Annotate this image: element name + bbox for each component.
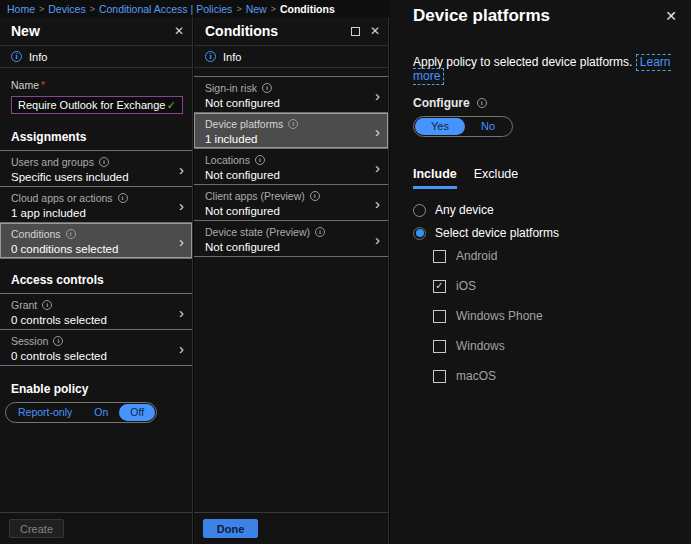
- configure-label: Configure: [413, 96, 470, 110]
- panel-new: New ✕ i Info Name* Require Outlook for E…: [0, 17, 193, 544]
- tab-include[interactable]: Include: [413, 167, 457, 189]
- checkbox-row[interactable]: Windows Phone: [433, 309, 677, 323]
- radio-row[interactable]: Select device platforms: [413, 225, 677, 241]
- list-item[interactable]: Users and groupsiSpecific users included…: [0, 151, 192, 187]
- list-item-label: Device platforms: [205, 118, 283, 130]
- name-input[interactable]: Require Outlook for Exchange ✓: [11, 96, 183, 114]
- device-scope-radios: Any deviceSelect device platforms: [413, 202, 677, 241]
- panel-device-platforms: Device platforms ✕ Apply policy to selec…: [390, 0, 691, 544]
- conditions-list: Sign-in riskiNot configured›Device platf…: [194, 76, 388, 257]
- panel-conditions-footer: Done: [194, 512, 388, 544]
- checkbox[interactable]: [433, 310, 446, 323]
- breadcrumb-separator: >: [90, 4, 95, 14]
- panel-conditions-title: Conditions: [205, 23, 341, 39]
- radio-row[interactable]: Any device: [413, 202, 677, 218]
- info-label: Info: [223, 51, 241, 63]
- checkbox[interactable]: [433, 250, 446, 263]
- info-icon: i: [53, 336, 63, 346]
- toggle-option-on[interactable]: On: [83, 404, 119, 421]
- done-button[interactable]: Done: [203, 519, 258, 538]
- checkbox[interactable]: [433, 370, 446, 383]
- list-item[interactable]: Device state (Preview)iNot configured›: [194, 221, 388, 257]
- list-item[interactable]: Cloud apps or actionsi1 app included›: [0, 187, 192, 223]
- list-item-value: Not configured: [205, 205, 364, 217]
- list-item[interactable]: Device platformsi1 included›: [194, 113, 388, 149]
- info-icon: i: [11, 51, 22, 62]
- toggle-option-yes[interactable]: Yes: [415, 118, 465, 135]
- new-panel-sections: AssignmentsUsers and groupsiSpecific use…: [0, 130, 192, 366]
- info-icon: i: [99, 157, 109, 167]
- close-icon[interactable]: ✕: [665, 8, 677, 24]
- list-item-label: Device state (Preview): [205, 226, 310, 238]
- create-button[interactable]: Create: [9, 519, 64, 538]
- chevron-right-icon: ›: [179, 340, 184, 355]
- list-item[interactable]: Client apps (Preview)iNot configured›: [194, 185, 388, 221]
- list-item-label: Grant: [11, 299, 37, 311]
- checkbox-row[interactable]: ✓iOS: [433, 279, 677, 293]
- toggle-option-report-only[interactable]: Report-only: [7, 404, 83, 421]
- tab-exclude[interactable]: Exclude: [474, 167, 518, 189]
- radio-button[interactable]: [413, 227, 426, 240]
- section-list: Users and groupsiSpecific users included…: [0, 150, 192, 259]
- checkbox-label: Windows: [456, 339, 505, 353]
- section-heading: Access controls: [0, 273, 192, 287]
- list-item-value: 1 app included: [11, 207, 168, 219]
- panel-conditions: Conditions ✕ i Info Sign-in riskiNot con…: [194, 17, 389, 544]
- toggle-option-off[interactable]: Off: [119, 404, 155, 421]
- breadcrumb: Home>Devices>Conditional Access | Polici…: [0, 0, 390, 17]
- breadcrumb-link[interactable]: Devices: [48, 3, 85, 15]
- maximize-icon[interactable]: [351, 27, 360, 36]
- radio-label: Any device: [435, 203, 494, 217]
- list-item[interactable]: Sign-in riskiNot configured›: [194, 77, 388, 113]
- chevron-right-icon: ›: [179, 304, 184, 319]
- info-icon: i: [255, 155, 265, 165]
- info-label: Info: [29, 51, 47, 63]
- list-item-label: Sign-in risk: [205, 82, 257, 94]
- section-list: Granti0 controls selected›Sessioni0 cont…: [0, 293, 192, 366]
- info-banner[interactable]: i Info: [194, 46, 388, 67]
- panel-new-header: New ✕: [0, 17, 192, 45]
- list-item-label-row: Users and groupsi: [11, 156, 168, 168]
- info-icon: i: [118, 193, 128, 203]
- radio-button[interactable]: [413, 204, 426, 217]
- list-item-value: 0 conditions selected: [11, 243, 168, 255]
- list-item-value: 0 controls selected: [11, 350, 168, 362]
- info-icon: i: [315, 227, 325, 237]
- chevron-right-icon: ›: [375, 87, 380, 102]
- chevron-right-icon: ›: [179, 233, 184, 248]
- breadcrumb-link[interactable]: Home: [7, 3, 35, 15]
- checkbox[interactable]: [433, 340, 446, 353]
- list-item[interactable]: Sessioni0 controls selected›: [0, 330, 192, 366]
- platform-checkbox-list: Android✓iOSWindows PhoneWindowsmacOS: [433, 249, 677, 383]
- checkbox-row[interactable]: macOS: [433, 369, 677, 383]
- list-item[interactable]: Conditionsi0 conditions selected›: [0, 223, 192, 259]
- list-item[interactable]: Granti0 controls selected›: [0, 294, 192, 330]
- breadcrumb-link[interactable]: Conditional Access | Policies: [99, 3, 232, 15]
- configure-toggle: YesNo: [413, 116, 513, 137]
- info-banner[interactable]: i Info: [0, 46, 192, 67]
- azure-portal-screen: Home>Devices>Conditional Access | Polici…: [0, 0, 691, 544]
- list-item-label-row: Client apps (Preview)i: [205, 190, 364, 202]
- checkbox-label: Windows Phone: [456, 309, 543, 323]
- list-item-label-row: Locationsi: [205, 154, 364, 166]
- list-item-label: Session: [11, 335, 48, 347]
- list-item-label-row: Conditionsi: [11, 228, 168, 240]
- configure-row: Configure i: [413, 96, 677, 110]
- list-item-label: Client apps (Preview): [205, 190, 305, 202]
- info-icon: i: [205, 51, 216, 62]
- info-icon: i: [310, 191, 320, 201]
- list-item-value: Not configured: [205, 241, 364, 253]
- checkbox-row[interactable]: Android: [433, 249, 677, 263]
- close-icon[interactable]: ✕: [174, 25, 184, 37]
- list-item[interactable]: LocationsiNot configured›: [194, 149, 388, 185]
- divider: [194, 67, 388, 68]
- chevron-right-icon: ›: [179, 197, 184, 212]
- close-icon[interactable]: ✕: [370, 25, 380, 37]
- checkbox-row[interactable]: Windows: [433, 339, 677, 353]
- checkbox[interactable]: ✓: [433, 280, 446, 293]
- toggle-option-no[interactable]: No: [465, 118, 511, 135]
- breadcrumb-link[interactable]: New: [246, 3, 267, 15]
- checkbox-label: macOS: [456, 369, 496, 383]
- panel-conditions-header: Conditions ✕: [194, 17, 388, 45]
- list-item-label-row: Device platformsi: [205, 118, 364, 130]
